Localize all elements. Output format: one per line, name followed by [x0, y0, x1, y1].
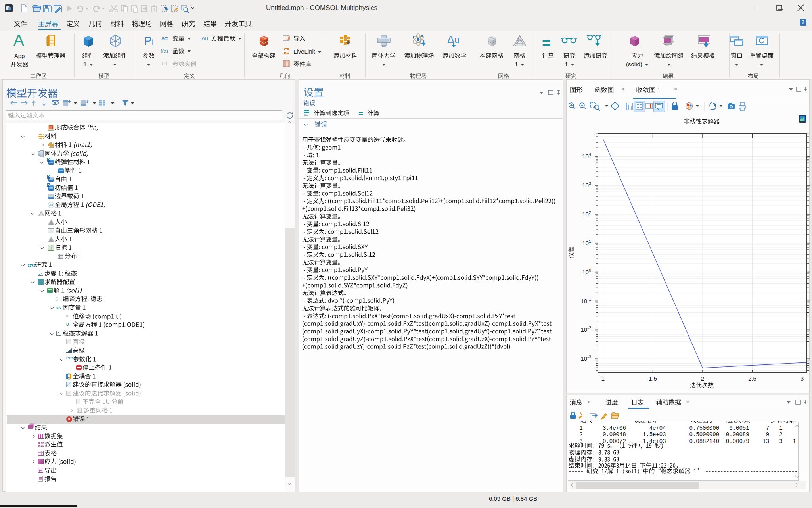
- svg-text:102: 102: [582, 210, 591, 217]
- svg-text:1: 1: [601, 375, 605, 382]
- svg-text:1.5: 1.5: [649, 375, 657, 382]
- svg-text:2: 2: [701, 375, 704, 382]
- svg-text:101: 101: [582, 239, 591, 246]
- svg-text:103: 103: [582, 181, 591, 189]
- svg-text:2.5: 2.5: [748, 375, 756, 382]
- svg-text:104: 104: [582, 152, 591, 160]
- svg-text:10-3: 10-3: [581, 354, 591, 362]
- svg-text:10-1: 10-1: [581, 297, 591, 304]
- svg-text:100: 100: [582, 268, 591, 275]
- svg-text:3: 3: [801, 375, 804, 382]
- svg-text:10-2: 10-2: [581, 325, 591, 333]
